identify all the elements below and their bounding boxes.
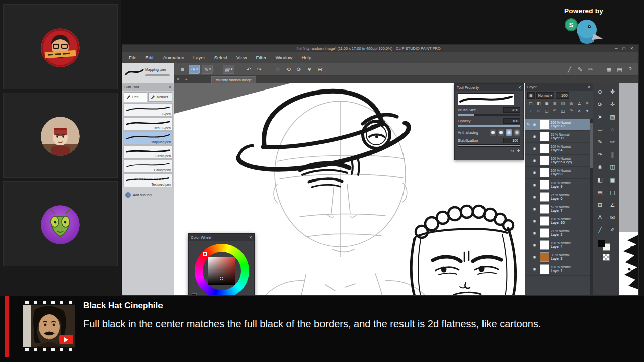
eye-icon[interactable]: ◉ [533,195,538,199]
decoration-tool-icon[interactable]: ❀ [594,161,606,173]
rotate-canvas-tool-icon[interactable]: ⟳ [594,98,606,110]
draft-icon[interactable]: ▤ [559,100,567,107]
delete-layer-icon[interactable]: ✕ [576,108,583,114]
layer-row[interactable]: ◉ 100 % NormalLayer 10 [525,215,590,227]
gradient-tool-icon[interactable]: ▤ [594,186,606,198]
rotate-ccw-icon[interactable]: ⟲ [284,65,293,74]
eye-icon[interactable]: ◉ [533,219,538,223]
blend-mode-dropdown[interactable]: Normal▾ [536,92,554,99]
layer-thumbnail[interactable] [540,252,549,262]
brush-size-value[interactable]: 20.0 [503,107,520,113]
brush-size-slider[interactable] [458,114,520,116]
layer-thumbnail[interactable] [540,228,549,238]
ruler-tool-icon[interactable]: ∠ [607,199,619,211]
eye-icon[interactable]: ◉ [533,134,538,139]
airbrush-tool-icon[interactable]: ░ [607,148,619,160]
close-button[interactable]: ✕ [630,46,633,51]
layer-row[interactable]: ◉ 27 % NormalLayer 2 [525,227,590,239]
layer-row[interactable]: ◉ 100 % NormalLayer 8 [525,167,590,179]
menu-filter[interactable]: Filter [252,52,271,63]
menu-animation[interactable]: Animation [158,52,189,63]
select-area-tool-icon[interactable]: ▧ [607,111,619,123]
reset-settings-icon[interactable]: ⟲ [511,149,514,153]
vector-pen-icon[interactable]: ✎ [576,65,584,74]
blend-tool-icon[interactable]: ◧ [594,173,606,186]
window-titlebar[interactable]: fml finty random image* (11.00 x 17.00 i… [122,45,638,52]
deselect-icon[interactable]: ◌ [274,65,282,74]
crop-icon[interactable]: ⊞ [316,65,325,74]
pen-tool-dropdown[interactable]: ✎▾ [202,65,213,74]
layer-thumbnail[interactable] [540,156,549,165]
layer-opacity-value[interactable]: 100 [556,92,569,99]
layer-row[interactable]: ◉ 100 % NormalLayer 5 Copy [525,155,590,167]
figure-tool-icon[interactable]: ▢ [607,186,619,198]
close-icon[interactable]: ✕ [169,85,172,89]
reference-icon[interactable]: ⊞ [551,100,558,107]
new-tab-icon[interactable]: + [182,77,190,82]
mantis-avatar[interactable] [41,205,80,244]
anti-aliasing-strong-button[interactable] [514,129,520,136]
brush-item[interactable]: G-pen [123,103,173,117]
eye-icon[interactable]: ◉ [533,231,538,235]
add-sub-tool-button[interactable]: + Add sub tool [125,192,171,198]
stabilization-value[interactable]: 100 [503,138,520,143]
brush-item[interactable]: Real G-pen [123,117,173,131]
menu-layer[interactable]: Layer [189,52,210,63]
layer-row[interactable]: ◉ 100 % NormalLayer 4 [525,143,590,155]
brush-tool-dropdown[interactable]: ✑▾ [189,65,200,74]
brush-item[interactable]: Calligraphy [123,159,173,173]
duplicate-layer-icon[interactable]: ▢ [543,108,550,114]
eye-icon[interactable]: ◉ [533,122,538,127]
wrench-icon[interactable]: ✚ [517,149,520,153]
layer-row[interactable]: ◉ 100 % NormalLayer 4 [525,239,590,251]
line-correction-icon[interactable]: ╱ [565,65,574,74]
layer-row[interactable]: ◉ 75 % NormalLayer 6 [525,191,590,203]
settings-icon[interactable]: ≡ [584,100,591,107]
layer-row[interactable]: ◉ 30 % NormalLayer 3 [525,251,590,263]
transfer-icon[interactable]: ↷ [568,108,575,114]
transparent-color-swatch[interactable] [603,254,610,261]
opacity-value[interactable]: 100 [503,118,520,124]
layer-thumbnail[interactable] [540,192,549,202]
ruler-icon[interactable]: ∠ [576,100,583,107]
eye-icon[interactable]: ◉ [533,158,538,163]
eye-icon[interactable]: ◉ [533,207,538,211]
brush-item-selected[interactable]: Mapping pen [123,131,173,145]
pencil-tool-icon[interactable]: ✏ [607,136,619,148]
eye-icon[interactable]: ◉ [533,267,538,272]
layer-row-selected[interactable]: ✎ ◉ 100 % NormalLayer 12 [525,119,590,131]
layer-thumbnail[interactable] [540,168,549,177]
close-icon[interactable]: ✕ [249,235,252,240]
lasso-tool-icon[interactable]: ◌ [607,123,619,135]
layer-thumbnail[interactable] [540,216,549,226]
undo-button[interactable]: ↶ [245,65,253,74]
bellhop-avatar[interactable] [41,117,80,156]
eye-icon[interactable]: ◉ [533,170,538,175]
maximize-button[interactable]: ▢ [622,46,626,51]
new-layer-icon[interactable]: + [527,108,534,114]
eye-icon[interactable]: ◉ [533,183,538,187]
export-dropdown[interactable]: ▤▾ [223,65,234,74]
menu-file[interactable]: File [124,52,141,63]
new-folder-icon[interactable]: ⊞ [535,108,542,114]
move-tool-icon[interactable]: ✛ [607,98,619,110]
eye-icon[interactable]: ◉ [533,255,538,259]
saturation-value-square[interactable] [208,257,235,285]
layer-thumbnail[interactable] [540,180,549,190]
close-icon[interactable]: ✕ [518,85,521,90]
color-cursor[interactable] [220,277,223,280]
layer-palette-icon[interactable]: ▦ [527,92,535,99]
anti-aliasing-weak-button[interactable] [498,129,504,136]
eyedropper-tool-icon[interactable]: ✐ [607,224,619,236]
mask-icon[interactable]: ◫ [559,108,567,114]
pencil-settings-icon[interactable]: ✏ [586,65,595,74]
eye-icon[interactable]: ◉ [533,243,538,247]
layer-row[interactable]: ◉ 100 % NormalLayer 2 [525,263,590,276]
anti-aliasing-medium-button[interactable] [506,129,512,136]
anti-aliasing-none-button[interactable] [490,129,496,136]
workspace-grid-icon[interactable]: ▦ [605,65,613,74]
marquee-tool-icon[interactable]: ▭ [594,123,606,135]
eye-icon[interactable]: ◉ [533,146,538,151]
artist-logo-avatar[interactable] [41,28,80,67]
more-icon[interactable]: ▾ [584,108,591,114]
